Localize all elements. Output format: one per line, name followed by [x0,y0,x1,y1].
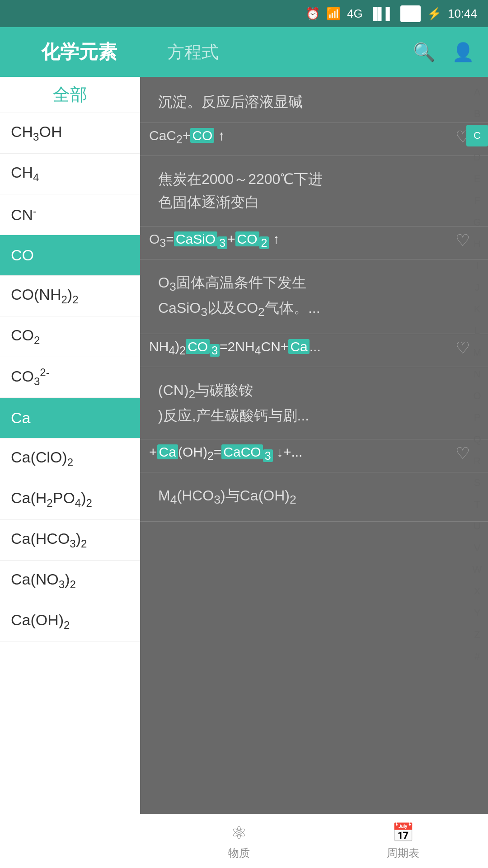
element-label: CO [11,246,34,264]
alpha-R[interactable]: R [466,450,488,472]
equation-item-2[interactable]: CaC2+CO ↑ ♡ [140,123,488,156]
alpha-W[interactable]: W [466,559,488,580]
alpha-V[interactable]: V [466,537,488,559]
equation-desc-7: (CN)2与碳酸铵)反应,产生碳酸钙与剧... [149,374,470,432]
signal-label: 4G [347,7,363,21]
main-content: 全部 CH3OH CH4 CN- CO CO(NH2)2 CO2 CO32- [0,77,488,868]
element-label: Ca(NO3)2 [11,571,76,591]
header-left: 化学元素 [0,39,158,65]
element-item-CaOH2[interactable]: Ca(OH)2 [0,601,140,642]
alpha-E[interactable]: E [466,168,488,190]
equation-item-7[interactable]: (CN)2与碳酸铵)反应,产生碳酸钙与剧... [140,367,488,439]
alpha-I[interactable]: I [466,255,488,277]
element-label: Ca(H2PO4)2 [11,489,92,509]
element-item-CO2[interactable]: CO2 [0,316,140,357]
alpha-Y[interactable]: Y [466,602,488,624]
header-icons: 🔍 👤 [413,42,488,63]
element-item-CO3-2[interactable]: CO32- [0,357,140,398]
matter-label: 物质 [228,846,250,860]
equation-desc-3: 焦炭在2000～2200℃下进色固体逐渐变白 [149,163,470,218]
element-label: CO32- [11,366,50,388]
element-label: Ca(ClO)2 [11,448,73,469]
element-label: CH4 [11,164,39,184]
element-label: Ca [11,409,30,427]
user-icon[interactable]: 👤 [452,42,474,63]
equation-item-4[interactable]: O3=CaSiO3+CO2 ↑ ♡ [140,226,488,259]
alpha-hash[interactable]: # [466,646,488,667]
all-tab-label: 全部 [53,83,87,106]
element-label: CN- [11,205,37,224]
alpha-C[interactable]: C [466,125,488,146]
alpha-F[interactable]: F [466,190,488,212]
alpha-U[interactable]: U [466,515,488,537]
equation-formula-2: CaC2+CO ↑ [149,128,225,146]
equation-formula-4: O3=CaSiO3+CO2 ↑ [149,231,280,250]
alpha-S[interactable]: S [466,472,488,494]
element-item-CH3OH[interactable]: CH3OH [0,113,140,154]
wifi-icon: 📶 [326,7,341,21]
equation-item-8[interactable]: +Ca(OH)2=CaCO3 ↓+... ♡ [140,439,488,472]
alphabet-index[interactable]: A B C D E F G H I J K L M N O P Q R S T … [466,77,488,667]
equation-formula-6: NH4)2CO3=2NH4CN+Ca... [149,339,321,357]
alpha-Z[interactable]: Z [466,624,488,646]
element-item-CO-NH2-2[interactable]: CO(NH2)2 [0,276,140,316]
alpha-L[interactable]: L [466,320,488,342]
alpha-M[interactable]: M [466,342,488,363]
right-panel: 沉淀。反应后溶液显碱 CaC2+CO ↑ ♡ 焦炭在2000～2200℃下进色固… [140,77,488,868]
equation-item-1[interactable]: 沉淀。反应后溶液显碱 [140,77,488,123]
element-item-Ca[interactable]: Ca [0,398,140,439]
alpha-P[interactable]: P [466,407,488,429]
element-item-CaH2PO42[interactable]: Ca(H2PO4)2 [0,479,140,520]
alarm-icon: ⏰ [305,7,320,21]
alpha-G[interactable]: G [466,212,488,233]
signal-bars: ▐▌▌ [369,7,394,21]
alpha-Q[interactable]: Q [466,429,488,450]
periodic-label: 周期表 [387,846,419,860]
element-item-CaClO2[interactable]: Ca(ClO)2 [0,439,140,479]
element-label: CO(NH2)2 [11,286,78,306]
element-item-CH4[interactable]: CH4 [0,154,140,194]
element-item-CO[interactable]: CO [0,235,140,276]
element-item-CN-[interactable]: CN- [0,194,140,235]
equation-desc-1: 沉淀。反应后溶液显碱 [149,86,470,118]
equation-desc-9: M4(HCO3)与Ca(OH)2 [149,480,470,514]
clock: 10:44 [448,7,477,21]
element-item-CaNO32[interactable]: Ca(NO3)2 [0,561,140,601]
search-icon[interactable]: 🔍 [413,42,436,63]
alpha-J[interactable]: J [466,277,488,298]
equation-desc-5: O3固体高温条件下发生CaSiO3以及CO2气体。... [149,267,470,326]
alpha-A[interactable]: A [466,81,488,103]
all-tab[interactable]: 全部 [0,77,140,113]
header: 化学元素 方程式 🔍 👤 [0,27,488,77]
alpha-N[interactable]: N [466,363,488,385]
equation-formula-8: +Ca(OH)2=CaCO3 ↓+... [149,444,302,462]
equation-tab[interactable]: 方程式 [167,41,219,64]
alpha-K[interactable]: K [466,298,488,320]
alpha-T[interactable]: T [466,494,488,515]
periodic-icon: 📅 [392,822,414,843]
element-label: CO2 [11,326,40,347]
element-item-CaHCO32[interactable]: Ca(HCO3)2 [0,520,140,561]
nav-item-periodic[interactable]: 📅 周期表 [387,822,419,860]
alpha-H[interactable]: H [466,233,488,255]
element-label: Ca(HCO3)2 [11,530,87,550]
matter-icon: ⚛ [231,822,247,843]
equation-item-9[interactable]: M4(HCO3)与Ca(OH)2 [140,472,488,522]
alpha-O[interactable]: O [466,385,488,407]
status-bar: ⏰ 📶 4G ▐▌▌ 17 ⚡ 10:44 [0,0,488,27]
equation-item-6[interactable]: NH4)2CO3=2NH4CN+Ca... ♡ [140,334,488,367]
header-right: 方程式 🔍 👤 [158,41,488,64]
alpha-B[interactable]: B [466,103,488,125]
equation-item-5[interactable]: O3固体高温条件下发生CaSiO3以及CO2气体。... [140,259,488,334]
alpha-X[interactable]: X [466,580,488,602]
alpha-D[interactable]: D [466,146,488,168]
battery-icon: ⚡ [427,7,441,21]
nav-item-matter[interactable]: ⚛ 物质 [228,822,250,860]
left-panel: 全部 CH3OH CH4 CN- CO CO(NH2)2 CO2 CO32- [0,77,140,868]
equation-item-3[interactable]: 焦炭在2000～2200℃下进色固体逐渐变白 [140,156,488,226]
battery-level: 17 [400,5,421,22]
element-label: CH3OH [11,123,62,143]
element-label: Ca(OH)2 [11,611,70,632]
highlight-CO: CO [190,128,214,143]
app-title: 化学元素 [41,39,117,65]
